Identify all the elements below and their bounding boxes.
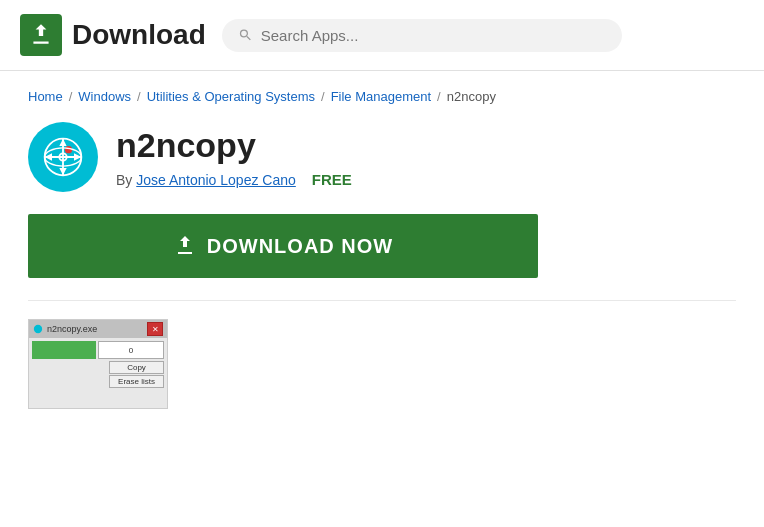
screenshot-thumbnail[interactable]: n2ncopy.exe ✕ 0 Copy Erase lists (28, 319, 168, 409)
svg-point-10 (34, 325, 42, 333)
app-price: FREE (312, 171, 352, 188)
ss-titlebar: n2ncopy.exe ✕ (29, 320, 167, 338)
ss-title-icon (33, 324, 43, 334)
ss-body: 0 Copy Erase lists (29, 338, 167, 408)
search-input[interactable] (261, 27, 606, 44)
ss-erase-btn: Erase lists (109, 375, 164, 388)
search-bar[interactable] (222, 19, 622, 52)
breadcrumb-utilities[interactable]: Utilities & Operating Systems (147, 89, 315, 104)
app-header: n2ncopy By Jose Antonio Lopez Cano FREE (28, 122, 736, 192)
download-logo-icon (28, 22, 54, 48)
breadcrumb-home[interactable]: Home (28, 89, 63, 104)
app-name: n2ncopy (116, 126, 352, 165)
main-content: n2ncopy By Jose Antonio Lopez Cano FREE … (0, 112, 764, 429)
ss-title-text: n2ncopy.exe (47, 324, 143, 334)
app-info: n2ncopy By Jose Antonio Lopez Cano FREE (116, 126, 352, 188)
download-now-button[interactable]: DOWNLOAD NOW (28, 214, 538, 278)
search-icon (238, 27, 253, 43)
download-btn-icon (173, 234, 197, 258)
breadcrumb-sep-4: / (437, 89, 441, 104)
ss-close-btn[interactable]: ✕ (147, 322, 163, 336)
app-icon (28, 122, 98, 192)
app-icon-graphic (41, 135, 85, 179)
breadcrumb-sep-3: / (321, 89, 325, 104)
breadcrumb-sep-2: / (137, 89, 141, 104)
svg-point-7 (65, 146, 72, 153)
app-meta: By Jose Antonio Lopez Cano FREE (116, 171, 352, 188)
download-btn-label: DOWNLOAD NOW (207, 235, 393, 258)
app-author: By Jose Antonio Lopez Cano (116, 172, 296, 188)
screenshot-area: n2ncopy.exe ✕ 0 Copy Erase lists (28, 300, 736, 409)
header: Download (0, 0, 764, 71)
ss-progress-row: 0 (32, 341, 164, 359)
breadcrumb-sep-1: / (69, 89, 73, 104)
logo-icon (20, 14, 62, 56)
breadcrumb-file-management[interactable]: File Management (331, 89, 431, 104)
breadcrumb: Home / Windows / Utilities & Operating S… (0, 71, 764, 112)
ss-progress-green (32, 341, 96, 359)
logo-box: Download (20, 14, 206, 56)
breadcrumb-windows[interactable]: Windows (78, 89, 131, 104)
ss-progress-right: 0 (98, 341, 164, 359)
author-prefix: By (116, 172, 136, 188)
logo-text: Download (72, 19, 206, 51)
ss-btn-row: Copy Erase lists (32, 361, 164, 388)
breadcrumb-current: n2ncopy (447, 89, 496, 104)
author-link[interactable]: Jose Antonio Lopez Cano (136, 172, 296, 188)
ss-copy-btn: Copy (109, 361, 164, 374)
